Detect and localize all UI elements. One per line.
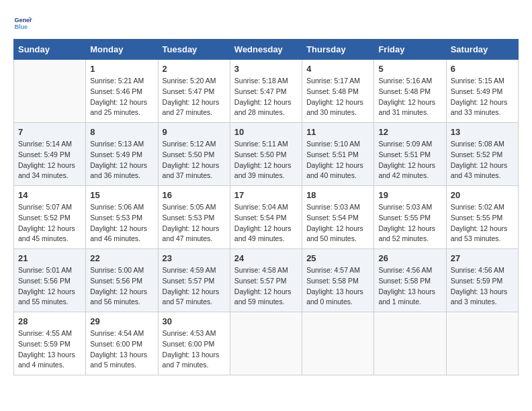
calendar-header-row: SundayMondayTuesdayWednesdayThursdayFrid… xyxy=(14,40,519,60)
calendar-week-row: 7Sunrise: 5:14 AM Sunset: 5:49 PM Daylig… xyxy=(14,123,519,186)
day-info: Sunrise: 5:07 AM Sunset: 5:52 PM Dayligh… xyxy=(18,202,81,244)
day-number: 6 xyxy=(451,64,514,74)
calendar-cell: 13Sunrise: 5:08 AM Sunset: 5:52 PM Dayli… xyxy=(446,123,518,186)
logo-icon: General Blue xyxy=(13,13,32,32)
calendar-cell xyxy=(230,312,302,375)
calendar-cell: 6Sunrise: 5:15 AM Sunset: 5:49 PM Daylig… xyxy=(446,60,518,123)
calendar-cell: 17Sunrise: 5:04 AM Sunset: 5:54 PM Dayli… xyxy=(230,186,302,249)
calendar-cell xyxy=(14,60,86,123)
calendar-cell: 26Sunrise: 4:56 AM Sunset: 5:58 PM Dayli… xyxy=(374,249,446,312)
calendar-cell: 27Sunrise: 4:56 AM Sunset: 5:59 PM Dayli… xyxy=(446,249,518,312)
calendar-cell: 15Sunrise: 5:06 AM Sunset: 5:53 PM Dayli… xyxy=(86,186,158,249)
day-number: 26 xyxy=(378,253,441,263)
day-info: Sunrise: 5:01 AM Sunset: 5:56 PM Dayligh… xyxy=(18,265,81,308)
day-number: 25 xyxy=(306,253,369,263)
day-info: Sunrise: 5:00 AM Sunset: 5:56 PM Dayligh… xyxy=(90,265,153,308)
calendar-week-row: 21Sunrise: 5:01 AM Sunset: 5:56 PM Dayli… xyxy=(14,249,519,312)
calendar-cell: 8Sunrise: 5:13 AM Sunset: 5:49 PM Daylig… xyxy=(86,123,158,186)
day-info: Sunrise: 4:56 AM Sunset: 5:59 PM Dayligh… xyxy=(451,265,514,308)
day-info: Sunrise: 4:53 AM Sunset: 6:00 PM Dayligh… xyxy=(163,328,226,371)
calendar-cell: 5Sunrise: 5:16 AM Sunset: 5:48 PM Daylig… xyxy=(374,60,446,123)
day-number: 7 xyxy=(18,127,81,137)
day-info: Sunrise: 5:03 AM Sunset: 5:55 PM Dayligh… xyxy=(378,202,441,244)
day-info: Sunrise: 5:09 AM Sunset: 5:51 PM Dayligh… xyxy=(378,139,441,181)
day-info: Sunrise: 4:57 AM Sunset: 5:58 PM Dayligh… xyxy=(306,265,369,308)
calendar-cell: 1Sunrise: 5:21 AM Sunset: 5:46 PM Daylig… xyxy=(86,60,158,123)
calendar-table: SundayMondayTuesdayWednesdayThursdayFrid… xyxy=(13,39,519,375)
weekday-header: Monday xyxy=(86,40,158,60)
calendar-cell: 14Sunrise: 5:07 AM Sunset: 5:52 PM Dayli… xyxy=(14,186,86,249)
calendar-cell: 21Sunrise: 5:01 AM Sunset: 5:56 PM Dayli… xyxy=(14,249,86,312)
calendar-cell: 23Sunrise: 4:59 AM Sunset: 5:57 PM Dayli… xyxy=(158,249,230,312)
day-info: Sunrise: 5:15 AM Sunset: 5:49 PM Dayligh… xyxy=(451,76,514,118)
calendar-cell: 28Sunrise: 4:55 AM Sunset: 5:59 PM Dayli… xyxy=(14,312,86,375)
day-number: 10 xyxy=(234,127,298,137)
day-number: 23 xyxy=(163,253,226,263)
calendar-cell: 16Sunrise: 5:05 AM Sunset: 5:53 PM Dayli… xyxy=(158,186,230,249)
day-number: 11 xyxy=(306,127,369,137)
day-number: 2 xyxy=(163,64,226,74)
day-number: 13 xyxy=(451,127,514,137)
day-number: 22 xyxy=(90,253,153,263)
calendar-cell xyxy=(374,312,446,375)
day-number: 3 xyxy=(234,64,298,74)
day-number: 17 xyxy=(234,190,298,200)
day-info: Sunrise: 5:17 AM Sunset: 5:48 PM Dayligh… xyxy=(306,76,369,118)
day-info: Sunrise: 4:59 AM Sunset: 5:57 PM Dayligh… xyxy=(163,265,226,308)
day-number: 12 xyxy=(378,127,441,137)
calendar-cell: 20Sunrise: 5:02 AM Sunset: 5:55 PM Dayli… xyxy=(446,186,518,249)
weekday-header: Tuesday xyxy=(158,40,230,60)
calendar-cell: 12Sunrise: 5:09 AM Sunset: 5:51 PM Dayli… xyxy=(374,123,446,186)
day-number: 24 xyxy=(234,253,298,263)
day-info: Sunrise: 5:04 AM Sunset: 5:54 PM Dayligh… xyxy=(234,202,298,244)
day-info: Sunrise: 5:13 AM Sunset: 5:49 PM Dayligh… xyxy=(90,139,153,181)
day-number: 28 xyxy=(18,316,81,326)
weekday-header: Friday xyxy=(374,40,446,60)
day-info: Sunrise: 5:11 AM Sunset: 5:50 PM Dayligh… xyxy=(234,139,298,181)
day-info: Sunrise: 4:56 AM Sunset: 5:58 PM Dayligh… xyxy=(378,265,441,308)
day-number: 1 xyxy=(90,64,153,74)
calendar-cell xyxy=(446,312,518,375)
calendar-cell: 24Sunrise: 4:58 AM Sunset: 5:57 PM Dayli… xyxy=(230,249,302,312)
day-number: 30 xyxy=(163,316,226,326)
weekday-header: Saturday xyxy=(446,40,518,60)
calendar-week-row: 1Sunrise: 5:21 AM Sunset: 5:46 PM Daylig… xyxy=(14,60,519,123)
page-header: General Blue xyxy=(13,13,519,32)
day-info: Sunrise: 4:58 AM Sunset: 5:57 PM Dayligh… xyxy=(234,265,298,308)
day-info: Sunrise: 5:12 AM Sunset: 5:50 PM Dayligh… xyxy=(163,139,226,181)
day-number: 29 xyxy=(90,316,153,326)
weekday-header: Wednesday xyxy=(230,40,302,60)
day-info: Sunrise: 5:08 AM Sunset: 5:52 PM Dayligh… xyxy=(451,139,514,181)
calendar-cell: 2Sunrise: 5:20 AM Sunset: 5:47 PM Daylig… xyxy=(158,60,230,123)
day-info: Sunrise: 5:10 AM Sunset: 5:51 PM Dayligh… xyxy=(306,139,369,181)
calendar-cell xyxy=(302,312,374,375)
calendar-cell: 22Sunrise: 5:00 AM Sunset: 5:56 PM Dayli… xyxy=(86,249,158,312)
calendar-cell: 25Sunrise: 4:57 AM Sunset: 5:58 PM Dayli… xyxy=(302,249,374,312)
calendar-week-row: 28Sunrise: 4:55 AM Sunset: 5:59 PM Dayli… xyxy=(14,312,519,375)
day-info: Sunrise: 5:05 AM Sunset: 5:53 PM Dayligh… xyxy=(163,202,226,244)
day-info: Sunrise: 5:02 AM Sunset: 5:55 PM Dayligh… xyxy=(451,202,514,244)
calendar-cell: 29Sunrise: 4:54 AM Sunset: 6:00 PM Dayli… xyxy=(86,312,158,375)
day-number: 8 xyxy=(90,127,153,137)
calendar-cell: 3Sunrise: 5:18 AM Sunset: 5:47 PM Daylig… xyxy=(230,60,302,123)
day-number: 27 xyxy=(451,253,514,263)
calendar-cell: 11Sunrise: 5:10 AM Sunset: 5:51 PM Dayli… xyxy=(302,123,374,186)
day-info: Sunrise: 5:14 AM Sunset: 5:49 PM Dayligh… xyxy=(18,139,81,181)
calendar-cell: 10Sunrise: 5:11 AM Sunset: 5:50 PM Dayli… xyxy=(230,123,302,186)
day-number: 5 xyxy=(378,64,441,74)
day-number: 4 xyxy=(306,64,369,74)
day-number: 19 xyxy=(378,190,441,200)
day-info: Sunrise: 4:55 AM Sunset: 5:59 PM Dayligh… xyxy=(18,328,81,371)
calendar-cell: 9Sunrise: 5:12 AM Sunset: 5:50 PM Daylig… xyxy=(158,123,230,186)
svg-text:Blue: Blue xyxy=(14,24,28,30)
logo: General Blue xyxy=(13,13,35,32)
day-info: Sunrise: 5:18 AM Sunset: 5:47 PM Dayligh… xyxy=(234,76,298,118)
calendar-cell: 4Sunrise: 5:17 AM Sunset: 5:48 PM Daylig… xyxy=(302,60,374,123)
calendar-cell: 18Sunrise: 5:03 AM Sunset: 5:54 PM Dayli… xyxy=(302,186,374,249)
calendar-week-row: 14Sunrise: 5:07 AM Sunset: 5:52 PM Dayli… xyxy=(14,186,519,249)
day-info: Sunrise: 5:16 AM Sunset: 5:48 PM Dayligh… xyxy=(378,76,441,118)
day-number: 9 xyxy=(163,127,226,137)
day-number: 18 xyxy=(306,190,369,200)
calendar-cell: 7Sunrise: 5:14 AM Sunset: 5:49 PM Daylig… xyxy=(14,123,86,186)
day-info: Sunrise: 4:54 AM Sunset: 6:00 PM Dayligh… xyxy=(90,328,153,371)
